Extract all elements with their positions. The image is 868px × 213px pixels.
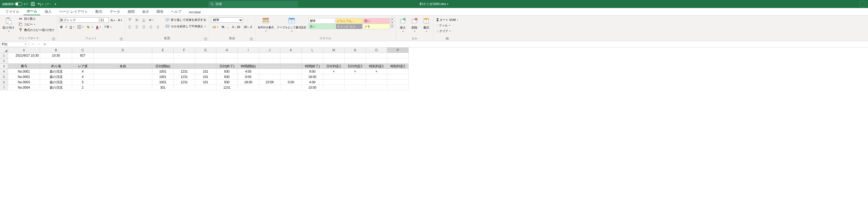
cell-H4[interactable]: 630 (216, 69, 238, 74)
underline-button[interactable]: U▾ (68, 24, 75, 30)
formula-input[interactable] (48, 42, 868, 47)
cell-B1[interactable]: 10:30 (40, 53, 72, 58)
number-format-combo[interactable]: 標準 (211, 17, 243, 23)
enter-formula-button[interactable]: ✓ (36, 42, 42, 46)
delete-cells-button[interactable]: ×削除▾ (409, 16, 420, 33)
cell-I4[interactable]: 4:00 (238, 69, 259, 74)
gallery-up-button[interactable]: ▴ (390, 17, 394, 21)
cell-J1[interactable] (259, 53, 280, 58)
align-right-button[interactable] (141, 24, 147, 30)
col-header-N[interactable]: N (344, 47, 366, 53)
row-header-4[interactable]: 4 (0, 69, 8, 74)
col-header-F[interactable]: F (174, 47, 195, 53)
cell-F3[interactable] (174, 64, 195, 69)
cell-F2[interactable] (174, 58, 195, 64)
col-header-D[interactable]: D (93, 47, 152, 53)
select-all-corner[interactable] (0, 47, 8, 53)
style-5[interactable]: メモ (363, 24, 390, 29)
cell-F7[interactable] (174, 85, 195, 90)
cell-N3[interactable]: 日付判定2 (344, 64, 366, 69)
cell-L2[interactable] (302, 58, 323, 64)
cell-M5[interactable] (323, 74, 344, 79)
cell-J5[interactable] (259, 74, 280, 79)
cell-L3[interactable]: 時間(終了) (302, 64, 323, 69)
cell-B6[interactable]: 森の渓流 (40, 79, 72, 85)
cell-C7[interactable]: 2 (72, 85, 93, 90)
cell-I3[interactable]: 時間(開始) (238, 64, 259, 69)
qat-customize[interactable]: ▾ (52, 1, 58, 7)
cell-E3[interactable]: 日付(開始) (152, 64, 174, 69)
tab-ファイル[interactable]: ファイル (2, 8, 23, 15)
tab-数式[interactable]: 数式 (92, 8, 105, 15)
cell-G3[interactable] (195, 64, 216, 69)
fill-button[interactable]: ↓フィル▾ (435, 23, 452, 28)
style-3[interactable]: 良い (308, 24, 335, 29)
cell-E2[interactable] (152, 58, 174, 64)
col-header-G[interactable]: G (195, 47, 216, 53)
search-box[interactable]: 検索 (208, 1, 298, 7)
cell-B5[interactable]: 森の渓流 (40, 74, 72, 79)
cell-C1[interactable]: 927 (72, 53, 93, 58)
row-header-7[interactable]: 7 (0, 85, 8, 90)
cell-L1[interactable] (302, 53, 323, 58)
cell-styles-gallery[interactable]: 標準どちらでも...悪い良いチェック セルメモ (308, 16, 390, 29)
accounting-button[interactable]: 💴▾ (211, 24, 220, 30)
cell-N6[interactable] (344, 79, 366, 85)
cell-D1[interactable] (93, 53, 152, 58)
cell-F5[interactable]: 1231 (174, 74, 195, 79)
cell-O7[interactable] (366, 85, 387, 90)
cell-D7[interactable] (93, 85, 152, 90)
cell-D6[interactable] (93, 79, 152, 85)
cell-G7[interactable] (195, 85, 216, 90)
dialog-launcher-icon[interactable]: ⬊ (250, 38, 253, 40)
tab-挿入[interactable]: 挿入 (41, 8, 55, 15)
font-name-combo[interactable] (59, 17, 99, 23)
cell-M6[interactable] (323, 79, 344, 85)
cell-L4[interactable]: 9:00 (302, 69, 323, 74)
cell-B7[interactable]: 森の渓流 (40, 85, 72, 90)
shrink-font-button[interactable]: A▾ (117, 17, 123, 23)
cell-K4[interactable] (280, 69, 302, 74)
comma-button[interactable]: , (226, 24, 230, 30)
cell-C5[interactable]: 4 (72, 74, 93, 79)
cell-C6[interactable]: 5 (72, 79, 93, 85)
cell-K2[interactable] (280, 58, 302, 64)
gallery-down-button[interactable]: ▾ (390, 21, 394, 24)
cell-G6[interactable]: 101 (195, 79, 216, 85)
cancel-formula-button[interactable]: ✕ (30, 42, 36, 46)
align-left-button[interactable] (127, 24, 133, 30)
col-header-B[interactable]: B (40, 47, 72, 53)
paste-button[interactable]: 貼り付け▾ (2, 16, 16, 33)
autosave-toggle[interactable]: 自動保存 オフ (2, 2, 28, 6)
worksheet-grid[interactable]: ABCDEFGHIJKLMNOP12021/9/27 10:3010:30927… (0, 47, 868, 90)
cell-C3[interactable]: レア度 (72, 64, 93, 69)
style-2[interactable]: 悪い (363, 18, 390, 24)
cell-I6[interactable]: 18:00 (238, 79, 259, 85)
cell-G2[interactable] (195, 58, 216, 64)
cell-A1[interactable]: 2021/9/27 10:30 (8, 53, 40, 58)
cell-L7[interactable]: 10:00 (302, 85, 323, 90)
increase-indent-button[interactable] (154, 24, 161, 30)
col-header-K[interactable]: K (280, 47, 302, 53)
cell-H6[interactable]: 630 (216, 79, 238, 85)
row-header-3[interactable]: 3 (0, 64, 8, 69)
cell-G1[interactable] (195, 53, 216, 58)
cell-J6[interactable]: 23:59 (259, 79, 280, 85)
phonetic-button[interactable]: ア亜▾ (102, 24, 113, 30)
tab-開発[interactable]: 開発 (153, 8, 167, 15)
cell-A4[interactable]: No.0001 (8, 69, 40, 74)
cell-H7[interactable]: 1231 (216, 85, 238, 90)
cell-M2[interactable] (323, 58, 344, 64)
clear-button[interactable]: ◇クリア▾ (435, 28, 452, 34)
col-header-H[interactable]: H (216, 47, 238, 53)
copy-button[interactable]: コピー▾ (17, 22, 56, 27)
cell-A5[interactable]: No.0002 (8, 74, 40, 79)
cell-K1[interactable] (280, 53, 302, 58)
cell-I5[interactable]: 9:00 (238, 74, 259, 79)
cell-H3[interactable]: 日付(終了) (216, 64, 238, 69)
col-header-C[interactable]: C (72, 47, 93, 53)
row-header-5[interactable]: 5 (0, 74, 8, 79)
cell-A6[interactable]: No.0003 (8, 79, 40, 85)
cell-D3[interactable]: 名前 (93, 64, 152, 69)
cell-N1[interactable] (344, 53, 366, 58)
